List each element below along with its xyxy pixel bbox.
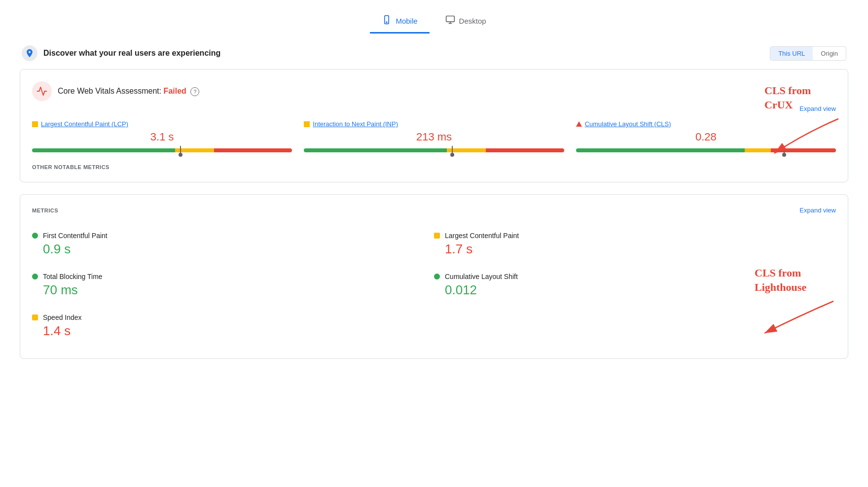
tab-desktop-label: Desktop [459, 17, 486, 25]
cwv-metrics-grid: Largest Contentful Paint (LCP) 3.1 s Int… [32, 120, 836, 152]
inp-label[interactable]: Interaction to Next Paint (INP) [304, 120, 564, 128]
this-url-button[interactable]: This URL [770, 47, 813, 60]
tbt-value: 70 ms [32, 282, 434, 298]
section-title: Discover what your real users are experi… [43, 49, 220, 58]
fcp-metric-row: First Contentful Paint 0.9 s [32, 224, 434, 265]
cwv-card: Core Web Vitals Assessment: Failed ? Exp… [20, 69, 848, 182]
si-dot [32, 314, 38, 320]
cwv-status-icon [32, 81, 52, 101]
metrics-label: METRICS [32, 208, 58, 213]
tbt-metric-row: Total Blocking Time 70 ms [32, 265, 434, 306]
desktop-icon [445, 15, 455, 27]
inp-label-icon [304, 121, 310, 127]
lcp2-value: 1.7 s [434, 242, 836, 257]
cwv-expand-view[interactable]: Expand view [32, 105, 836, 112]
section-header: Discover what your real users are experi… [20, 45, 848, 61]
svg-rect-2 [446, 16, 454, 22]
metrics-2col-grid: First Contentful Paint 0.9 s Total Block… [32, 224, 836, 347]
tab-desktop[interactable]: Desktop [434, 10, 498, 34]
fcp-value: 0.9 s [32, 242, 434, 257]
metrics-card: METRICS Expand view First Contentful Pai… [20, 194, 848, 359]
annotation-crux: CLS from CrUX [764, 84, 853, 158]
lcp-metric: Largest Contentful Paint (LCP) 3.1 s [32, 120, 292, 152]
metrics-card-header: METRICS Expand view [32, 207, 836, 214]
lcp-value: 3.1 s [32, 131, 292, 143]
lcp2-metric-row: Largest Contentful Paint 1.7 s [434, 224, 836, 265]
svg-point-1 [387, 22, 388, 23]
tbt-label: Total Blocking Time [43, 273, 103, 280]
lcp2-label: Largest Contentful Paint [445, 232, 519, 240]
inp-bar [304, 148, 564, 152]
fcp-dot [32, 233, 38, 239]
lcp-bar [32, 148, 292, 152]
mobile-icon [382, 15, 392, 27]
cwv-help-icon[interactable]: ? [190, 87, 199, 96]
cwv-title: Core Web Vitals Assessment: Failed ? [58, 87, 199, 96]
tbt-dot [32, 274, 38, 279]
inp-metric: Interaction to Next Paint (INP) 213 ms [304, 120, 564, 152]
si-label: Speed Index [43, 313, 82, 321]
tab-bar: Mobile Desktop [20, 10, 848, 34]
cls2-label: Cumulative Layout Shift [445, 273, 518, 280]
lcp2-dot [434, 233, 440, 239]
metrics-expand-view[interactable]: Expand view [799, 207, 836, 214]
tab-mobile[interactable]: Mobile [370, 10, 429, 34]
origin-button[interactable]: Origin [813, 47, 846, 60]
annotation-lighthouse: CLS from Lighthouse [755, 266, 853, 341]
si-value: 1.4 s [32, 323, 434, 339]
cls-label-icon [576, 121, 582, 127]
tab-mobile-label: Mobile [396, 17, 417, 25]
lcp-label[interactable]: Largest Contentful Paint (LCP) [32, 120, 292, 128]
cls2-dot [434, 274, 440, 279]
url-origin-toggle: This URL Origin [770, 46, 846, 61]
lcp-label-icon [32, 121, 38, 127]
metrics-left-col: First Contentful Paint 0.9 s Total Block… [32, 224, 434, 347]
fcp-label: First Contentful Paint [43, 232, 108, 240]
si-metric-row: Speed Index 1.4 s [32, 306, 434, 347]
section-icon [22, 45, 37, 61]
other-metrics-label: OTHER NOTABLE METRICS [32, 164, 836, 170]
cwv-header: Core Web Vitals Assessment: Failed ? [32, 81, 836, 101]
cwv-status-failed: Failed [164, 87, 186, 95]
inp-value: 213 ms [304, 131, 564, 143]
